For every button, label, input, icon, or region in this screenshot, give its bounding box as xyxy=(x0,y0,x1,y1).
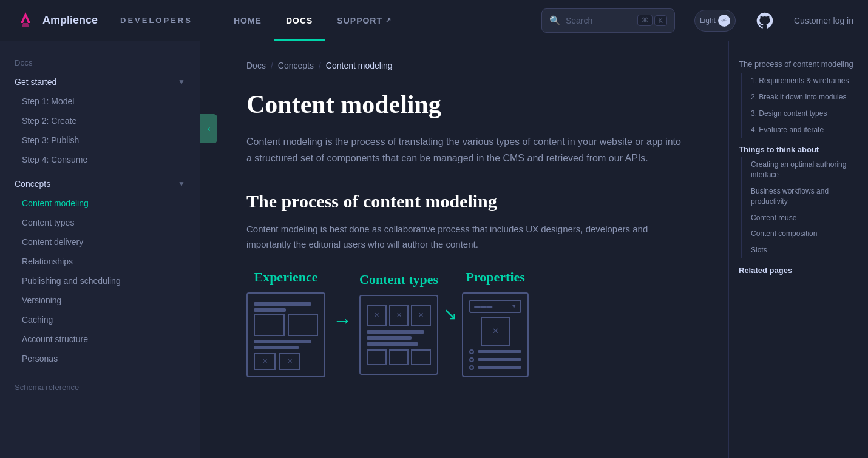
left-sidebar: Docs Get started ▼ Step 1: Model Step 2:… xyxy=(0,41,200,458)
search-kbd-cmd: ⌘ xyxy=(637,15,653,26)
sidebar-item-step4[interactable]: Step 4: Consume xyxy=(0,150,200,169)
content-area: Docs / Concepts / Content modeling Conte… xyxy=(217,41,728,458)
arrow-experience-to-types: → xyxy=(333,309,352,337)
content-modeling-diagram: Experience ✕ ✕ → xyxy=(246,269,699,377)
section-title: The process of content modeling xyxy=(246,191,699,212)
select-arrow-icon: ▼ xyxy=(511,303,517,309)
prop-line-1 xyxy=(478,350,521,353)
sidebar-concepts-label: Concepts xyxy=(15,179,50,189)
nav-home[interactable]: HOME xyxy=(222,0,274,41)
toc-requirements[interactable]: 1. Requirements & wireframes xyxy=(741,73,858,89)
developers-label: DEVELOPERS xyxy=(120,16,192,25)
search-bar[interactable]: 🔍 Search ⌘ K xyxy=(541,8,675,33)
external-link-icon: ↗ xyxy=(385,16,392,24)
right-sidebar-toc: The process of content modeling 1. Requi… xyxy=(728,41,868,458)
sidebar-get-started-label: Get started xyxy=(15,77,56,87)
diagram-props-list xyxy=(469,349,521,370)
breadcrumb-concepts[interactable]: Concepts xyxy=(278,61,314,70)
main-layout: Docs Get started ▼ Step 1: Model Step 2:… xyxy=(0,41,868,458)
dot-icon-2 xyxy=(469,357,474,362)
sidebar-item-relationships[interactable]: Relationships xyxy=(0,252,200,271)
sidebar-item-account-structure[interactable]: Account structure xyxy=(0,329,200,349)
sidebar-collapse-button[interactable]: ‹ xyxy=(200,114,217,143)
page-title: Content modeling xyxy=(246,90,699,119)
sidebar-schema-label: Schema reference xyxy=(0,373,200,394)
dot-icon-1 xyxy=(469,349,474,354)
toc-authoring[interactable]: Creating an optimal authoring interface xyxy=(741,157,858,183)
nav-docs[interactable]: DOCS xyxy=(274,0,325,41)
sidebar-item-personas[interactable]: Personas xyxy=(0,349,200,368)
github-icon[interactable] xyxy=(755,11,775,30)
arrow-types-to-properties: ↘ xyxy=(443,304,457,342)
sidebar-item-publishing[interactable]: Publishing and scheduling xyxy=(0,271,200,291)
diagram-prop-row-2 xyxy=(469,357,521,362)
diagram-content-types-box: Content types ✕ ✕ ✕ xyxy=(359,272,438,375)
toc-process[interactable]: The process of content modeling xyxy=(739,56,858,73)
diagram-content-types-wireframe: ✕ ✕ ✕ xyxy=(359,295,438,375)
sidebar-item-step3[interactable]: Step 3: Publish xyxy=(0,130,200,150)
diagram-experience-wireframe: ✕ ✕ xyxy=(246,292,325,377)
diagram-experience-box: Experience ✕ ✕ xyxy=(246,269,325,377)
amplience-wordmark: Amplience xyxy=(42,14,98,27)
search-kbd-hint: ⌘ K xyxy=(637,15,667,26)
toc-slots[interactable]: Slots xyxy=(741,242,858,258)
sidebar-item-content-types[interactable]: Content types xyxy=(0,213,200,232)
sidebar-item-content-modeling[interactable]: Content modeling xyxy=(0,194,200,213)
sidebar-docs-label: Docs xyxy=(0,53,200,72)
page-description: Content modeling is the process of trans… xyxy=(246,133,683,166)
diagram-image-placeholder: ✕ xyxy=(481,317,510,346)
diagram-prop-row-3 xyxy=(469,365,521,370)
chevron-down-icon: ▼ xyxy=(178,78,185,86)
sidebar-item-caching[interactable]: Caching xyxy=(0,310,200,329)
breadcrumb-sep-1: / xyxy=(271,61,273,70)
customer-login-link[interactable]: Customer log in xyxy=(794,16,853,25)
toc-content-reuse[interactable]: Content reuse xyxy=(741,210,858,226)
sidebar-item-content-delivery[interactable]: Content delivery xyxy=(0,232,200,252)
amplience-logo-icon xyxy=(15,10,36,32)
sidebar-concepts-group: Concepts ▼ Content modeling Content type… xyxy=(0,174,200,368)
search-icon: 🔍 xyxy=(549,15,561,26)
theme-toggle[interactable]: Light ☀ xyxy=(694,10,736,32)
toc-design-content-types[interactable]: 3. Design content types xyxy=(741,106,858,122)
toc-related-pages: Related pages xyxy=(739,258,858,277)
chevron-down-icon-2: ▼ xyxy=(178,180,185,188)
diagram-experience-label: Experience xyxy=(254,269,317,285)
logo-divider xyxy=(109,12,109,29)
image-icon: ✕ xyxy=(492,326,499,335)
diagram-content-types-label: Content types xyxy=(359,272,438,288)
toc-content-composition[interactable]: Content composition xyxy=(741,226,858,242)
theme-label: Light xyxy=(700,16,716,25)
diagram-prop-row-1 xyxy=(469,349,521,354)
sidebar-item-versioning[interactable]: Versioning xyxy=(0,291,200,310)
toc-evaluate[interactable]: 4. Evaluate and iterate xyxy=(741,122,858,138)
logo-area: Amplience DEVELOPERS xyxy=(15,10,192,32)
toc-things-to-think[interactable]: Things to think about xyxy=(739,138,858,157)
sidebar-get-started-group: Get started ▼ Step 1: Model Step 2: Crea… xyxy=(0,72,200,169)
breadcrumb-docs[interactable]: Docs xyxy=(246,61,266,70)
diagram-properties-label: Properties xyxy=(466,269,525,285)
toc-modules[interactable]: 2. Break it down into modules xyxy=(741,89,858,106)
breadcrumb-current: Content modeling xyxy=(326,61,393,70)
chevron-left-icon: ‹ xyxy=(208,124,211,133)
breadcrumb-sep-2: / xyxy=(319,61,321,70)
sidebar-item-step1[interactable]: Step 1: Model xyxy=(0,92,200,111)
theme-ball: ☀ xyxy=(718,15,730,27)
prop-line-2 xyxy=(478,358,521,361)
search-kbd-k: K xyxy=(654,15,667,26)
sidebar-item-step2[interactable]: Step 2: Create xyxy=(0,111,200,130)
sidebar-concepts-header[interactable]: Concepts ▼ xyxy=(0,174,200,194)
sidebar-get-started-header[interactable]: Get started ▼ xyxy=(0,72,200,92)
breadcrumb: Docs / Concepts / Content modeling xyxy=(246,61,699,70)
section-description: Content modeling is best done as collabo… xyxy=(246,221,683,252)
toc-workflows[interactable]: Business workflows and productivity xyxy=(741,183,858,210)
search-placeholder: Search xyxy=(566,16,632,25)
nav-links: HOME DOCS SUPPORT ↗ xyxy=(222,0,404,41)
dot-icon-3 xyxy=(469,365,474,370)
topnav: Amplience DEVELOPERS HOME DOCS SUPPORT ↗… xyxy=(0,0,868,41)
diagram-properties-box: Properties ▬▬▬ ▼ ✕ xyxy=(462,269,529,377)
prop-line-3 xyxy=(478,366,521,369)
nav-support[interactable]: SUPPORT ↗ xyxy=(325,0,404,41)
diagram-properties-wireframe: ▬▬▬ ▼ ✕ xyxy=(462,292,529,377)
diagram-select-box: ▬▬▬ ▼ xyxy=(469,300,521,313)
